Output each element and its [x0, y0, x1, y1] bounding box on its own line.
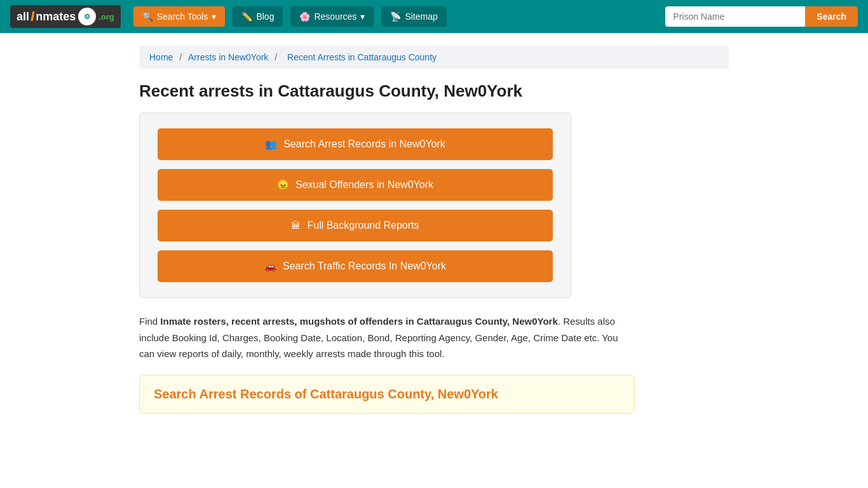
logo-text-nmates: nmates: [36, 10, 76, 24]
nav-blog-label: Blog: [256, 11, 274, 22]
people-icon: [265, 139, 277, 150]
breadcrumb-sep-2: /: [275, 52, 280, 62]
nav-resources-button[interactable]: Resources ▾: [290, 6, 374, 27]
angry-icon: [277, 179, 289, 191]
sexual-offenders-button[interactable]: Sexual Offenders in New0York: [158, 169, 553, 201]
building-icon: [291, 220, 301, 231]
sitemap-icon: [390, 11, 401, 22]
nav-search-tools-label: Search Tools: [157, 11, 208, 22]
breadcrumb-current: Recent Arrests in Cattaraugus County: [287, 52, 437, 62]
action-buttons-box: Search Arrest Records in New0York Sexual…: [139, 112, 571, 298]
logo-text-i: I: [31, 8, 34, 25]
resources-icon: [299, 11, 310, 22]
nav-sitemap-label: Sitemap: [405, 11, 437, 22]
description-bold: Inmate rosters, recent arrests, mugshots…: [160, 316, 557, 327]
description-intro: Find: [139, 316, 160, 327]
car-icon: [264, 261, 276, 272]
main-content: Home / Arrests in New0York / Recent Arre…: [129, 33, 739, 426]
nav-resources-label: Resources: [314, 11, 356, 22]
logo-text-dotorg: .org: [98, 12, 114, 22]
nav-blog-button[interactable]: Blog: [233, 6, 283, 27]
search-records-title: Search Arrest Records of Cattaraugus Cou…: [154, 387, 620, 402]
blog-icon: [241, 11, 252, 22]
site-header: all I nmates ⚙ .org Search Tools ▾ Blog …: [0, 0, 868, 33]
logo-circle-icon: ⚙: [78, 8, 96, 25]
traffic-records-button[interactable]: Search Traffic Records In New0York: [158, 250, 553, 282]
background-reports-label: Full Background Reports: [307, 220, 419, 231]
header-search-box: Search: [665, 6, 858, 27]
breadcrumb-home[interactable]: Home: [149, 52, 173, 62]
search-tools-icon: [142, 11, 153, 22]
nav-sitemap-button[interactable]: Sitemap: [381, 6, 446, 27]
search-records-section: Search Arrest Records of Cattaraugus Cou…: [139, 375, 635, 414]
breadcrumb-sep-1: /: [179, 52, 184, 62]
sexual-offenders-label: Sexual Offenders in New0York: [295, 179, 433, 191]
header-search-button[interactable]: Search: [805, 6, 858, 27]
search-tools-dropdown-icon: ▾: [212, 11, 216, 22]
page-title: Recent arrests in Cattaraugus County, Ne…: [139, 81, 729, 101]
arrest-records-label: Search Arrest Records in New0York: [283, 139, 445, 150]
breadcrumb: Home / Arrests in New0York / Recent Arre…: [139, 46, 729, 69]
prison-name-input[interactable]: [665, 6, 805, 27]
logo[interactable]: all I nmates ⚙ .org: [10, 5, 121, 28]
description-text: Find Inmate rosters, recent arrests, mug…: [139, 313, 635, 362]
nav-search-tools-button[interactable]: Search Tools ▾: [133, 6, 226, 27]
arrest-records-button[interactable]: Search Arrest Records in New0York: [158, 128, 553, 160]
resources-dropdown-icon: ▾: [360, 11, 365, 22]
header-search-label: Search: [817, 11, 846, 22]
breadcrumb-arrests-ny[interactable]: Arrests in New0York: [188, 52, 268, 62]
logo-text-all: all: [17, 10, 29, 24]
traffic-records-label: Search Traffic Records In New0York: [283, 261, 446, 272]
background-reports-button[interactable]: Full Background Reports: [158, 210, 553, 241]
